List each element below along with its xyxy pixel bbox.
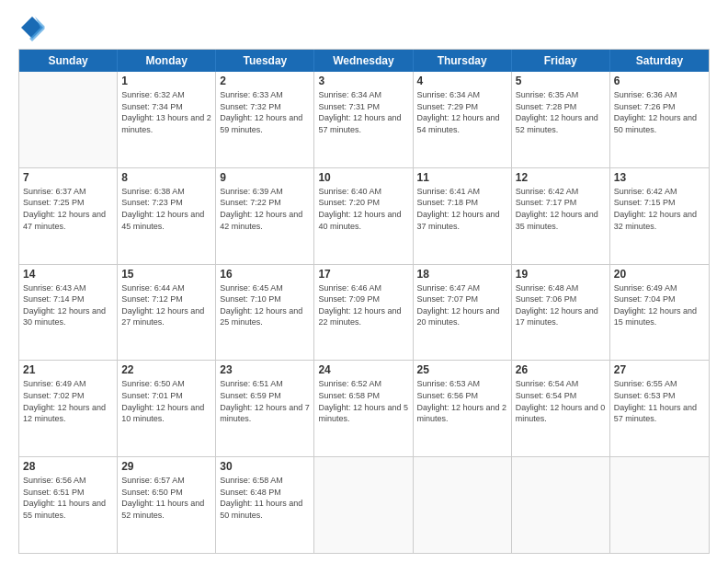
calendar-cell: 2Sunrise: 6:33 AMSunset: 7:32 PMDaylight… — [216, 72, 314, 167]
cell-info: Sunrise: 6:57 AMSunset: 6:50 PMDaylight:… — [121, 475, 211, 521]
calendar-cell — [610, 457, 709, 553]
calendar-week: 1Sunrise: 6:32 AMSunset: 7:34 PMDaylight… — [19, 72, 709, 168]
calendar-cell: 17Sunrise: 6:46 AMSunset: 7:09 PMDayligh… — [314, 265, 413, 361]
cell-info: Sunrise: 6:56 AMSunset: 6:51 PMDaylight:… — [23, 475, 113, 521]
calendar-cell: 13Sunrise: 6:42 AMSunset: 7:15 PMDayligh… — [610, 168, 709, 264]
cell-date: 18 — [417, 268, 507, 281]
cell-date: 21 — [23, 363, 113, 376]
cell-info: Sunrise: 6:47 AMSunset: 7:07 PMDaylight:… — [417, 282, 507, 328]
cell-date: 24 — [318, 363, 408, 376]
calendar-cell: 26Sunrise: 6:54 AMSunset: 6:54 PMDayligh… — [512, 361, 610, 456]
calendar-cell: 15Sunrise: 6:44 AMSunset: 7:12 PMDayligh… — [118, 265, 216, 361]
cell-date: 15 — [121, 268, 211, 281]
svg-marker-0 — [21, 17, 43, 39]
cell-date: 2 — [220, 75, 310, 87]
calendar-cell: 23Sunrise: 6:51 AMSunset: 6:59 PMDayligh… — [216, 361, 314, 456]
calendar-cell: 24Sunrise: 6:52 AMSunset: 6:58 PMDayligh… — [314, 361, 413, 456]
cell-info: Sunrise: 6:55 AMSunset: 6:53 PMDaylight:… — [614, 378, 705, 424]
cell-info: Sunrise: 6:50 AMSunset: 7:01 PMDaylight:… — [121, 378, 211, 424]
cell-info: Sunrise: 6:49 AMSunset: 7:04 PMDaylight:… — [614, 282, 705, 328]
cell-info: Sunrise: 6:40 AMSunset: 7:20 PMDaylight:… — [318, 186, 408, 232]
header — [18, 14, 710, 41]
cell-date: 28 — [23, 460, 113, 473]
calendar-cell: 29Sunrise: 6:57 AMSunset: 6:50 PMDayligh… — [118, 457, 216, 553]
calendar-cell: 30Sunrise: 6:58 AMSunset: 6:48 PMDayligh… — [216, 457, 314, 553]
cell-date: 26 — [516, 363, 606, 376]
calendar-cell — [314, 457, 413, 553]
calendar-cell: 7Sunrise: 6:37 AMSunset: 7:25 PMDaylight… — [19, 168, 118, 264]
cell-info: Sunrise: 6:58 AMSunset: 6:48 PMDaylight:… — [220, 475, 310, 521]
calendar-cell: 12Sunrise: 6:42 AMSunset: 7:17 PMDayligh… — [512, 168, 610, 264]
calendar-week: 14Sunrise: 6:43 AMSunset: 7:14 PMDayligh… — [19, 265, 709, 362]
cell-info: Sunrise: 6:34 AMSunset: 7:29 PMDaylight:… — [417, 89, 507, 135]
calendar-cell — [19, 72, 118, 167]
calendar: SundayMondayTuesdayWednesdayThursdayFrid… — [18, 49, 710, 554]
cell-date: 10 — [318, 171, 408, 184]
calendar-header: SundayMondayTuesdayWednesdayThursdayFrid… — [19, 50, 709, 72]
cell-date: 4 — [417, 75, 507, 87]
cell-date: 20 — [614, 268, 705, 281]
cell-date: 13 — [614, 171, 705, 184]
cell-info: Sunrise: 6:42 AMSunset: 7:15 PMDaylight:… — [614, 186, 705, 232]
calendar-week: 7Sunrise: 6:37 AMSunset: 7:25 PMDaylight… — [19, 168, 709, 265]
cell-info: Sunrise: 6:39 AMSunset: 7:22 PMDaylight:… — [220, 186, 310, 232]
page: SundayMondayTuesdayWednesdayThursdayFrid… — [0, 0, 728, 563]
cell-date: 1 — [121, 75, 211, 87]
cell-date: 11 — [417, 171, 507, 184]
cell-info: Sunrise: 6:38 AMSunset: 7:23 PMDaylight:… — [121, 186, 211, 232]
calendar-cell — [414, 457, 512, 553]
cell-info: Sunrise: 6:33 AMSunset: 7:32 PMDaylight:… — [220, 89, 310, 135]
cell-info: Sunrise: 6:34 AMSunset: 7:31 PMDaylight:… — [318, 89, 408, 135]
cell-info: Sunrise: 6:41 AMSunset: 7:18 PMDaylight:… — [417, 186, 507, 232]
day-header-thursday: Thursday — [414, 50, 512, 72]
calendar-cell — [512, 457, 610, 553]
cell-date: 9 — [220, 171, 310, 184]
cell-date: 14 — [23, 268, 113, 281]
calendar-cell: 16Sunrise: 6:45 AMSunset: 7:10 PMDayligh… — [216, 265, 314, 361]
calendar-cell: 1Sunrise: 6:32 AMSunset: 7:34 PMDaylight… — [118, 72, 216, 167]
calendar-cell: 21Sunrise: 6:49 AMSunset: 7:02 PMDayligh… — [19, 361, 118, 456]
calendar-cell: 25Sunrise: 6:53 AMSunset: 6:56 PMDayligh… — [414, 361, 512, 456]
calendar-cell: 8Sunrise: 6:38 AMSunset: 7:23 PMDaylight… — [118, 168, 216, 264]
cell-info: Sunrise: 6:51 AMSunset: 6:59 PMDaylight:… — [220, 378, 310, 424]
cell-date: 8 — [121, 171, 211, 184]
calendar-cell: 22Sunrise: 6:50 AMSunset: 7:01 PMDayligh… — [118, 361, 216, 456]
cell-date: 30 — [220, 460, 310, 473]
cell-info: Sunrise: 6:52 AMSunset: 6:58 PMDaylight:… — [318, 378, 408, 424]
cell-date: 22 — [121, 363, 211, 376]
calendar-cell: 28Sunrise: 6:56 AMSunset: 6:51 PMDayligh… — [19, 457, 118, 553]
calendar-cell: 9Sunrise: 6:39 AMSunset: 7:22 PMDaylight… — [216, 168, 314, 264]
cell-date: 16 — [220, 268, 310, 281]
calendar-cell: 3Sunrise: 6:34 AMSunset: 7:31 PMDaylight… — [314, 72, 413, 167]
calendar-cell: 20Sunrise: 6:49 AMSunset: 7:04 PMDayligh… — [610, 265, 709, 361]
cell-date: 17 — [318, 268, 408, 281]
cell-info: Sunrise: 6:53 AMSunset: 6:56 PMDaylight:… — [417, 378, 507, 424]
cell-date: 6 — [614, 75, 705, 87]
calendar-cell: 6Sunrise: 6:36 AMSunset: 7:26 PMDaylight… — [610, 72, 709, 167]
calendar-body: 1Sunrise: 6:32 AMSunset: 7:34 PMDaylight… — [19, 72, 709, 553]
calendar-week: 21Sunrise: 6:49 AMSunset: 7:02 PMDayligh… — [19, 361, 709, 457]
calendar-cell: 18Sunrise: 6:47 AMSunset: 7:07 PMDayligh… — [414, 265, 512, 361]
cell-info: Sunrise: 6:44 AMSunset: 7:12 PMDaylight:… — [121, 282, 211, 328]
cell-date: 12 — [516, 171, 606, 184]
calendar-cell: 19Sunrise: 6:48 AMSunset: 7:06 PMDayligh… — [512, 265, 610, 361]
cell-info: Sunrise: 6:54 AMSunset: 6:54 PMDaylight:… — [516, 378, 606, 424]
cell-info: Sunrise: 6:35 AMSunset: 7:28 PMDaylight:… — [516, 89, 606, 135]
calendar-cell: 5Sunrise: 6:35 AMSunset: 7:28 PMDaylight… — [512, 72, 610, 167]
cell-info: Sunrise: 6:36 AMSunset: 7:26 PMDaylight:… — [614, 89, 705, 135]
day-header-tuesday: Tuesday — [216, 50, 314, 72]
cell-date: 29 — [121, 460, 211, 473]
calendar-cell: 27Sunrise: 6:55 AMSunset: 6:53 PMDayligh… — [610, 361, 709, 456]
day-header-saturday: Saturday — [610, 50, 709, 72]
logo — [18, 14, 50, 41]
day-header-sunday: Sunday — [19, 50, 118, 72]
calendar-week: 28Sunrise: 6:56 AMSunset: 6:51 PMDayligh… — [19, 457, 709, 553]
cell-info: Sunrise: 6:45 AMSunset: 7:10 PMDaylight:… — [220, 282, 310, 328]
cell-info: Sunrise: 6:37 AMSunset: 7:25 PMDaylight:… — [23, 186, 113, 232]
day-header-monday: Monday — [118, 50, 216, 72]
calendar-cell: 10Sunrise: 6:40 AMSunset: 7:20 PMDayligh… — [314, 168, 413, 264]
cell-date: 19 — [516, 268, 606, 281]
cell-date: 3 — [318, 75, 408, 87]
cell-info: Sunrise: 6:43 AMSunset: 7:14 PMDaylight:… — [23, 282, 113, 328]
calendar-cell: 4Sunrise: 6:34 AMSunset: 7:29 PMDaylight… — [414, 72, 512, 167]
